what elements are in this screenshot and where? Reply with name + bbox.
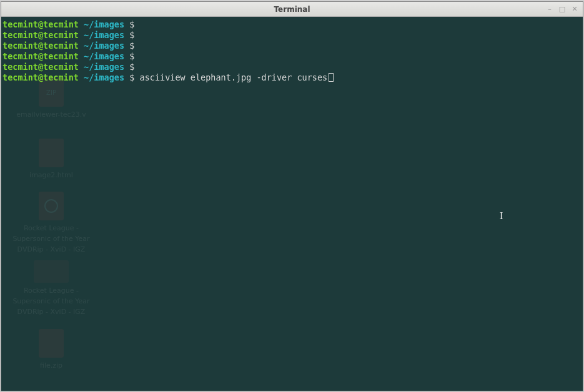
desktop-icon: image2.html bbox=[7, 139, 95, 180]
window-controls: – □ ✕ bbox=[544, 4, 580, 14]
command-text bbox=[134, 41, 139, 51]
titlebar[interactable]: Terminal – □ ✕ bbox=[1, 2, 583, 17]
terminal-cursor bbox=[329, 73, 334, 82]
prompt-user-host: tecmint@tecmint bbox=[2, 72, 79, 82]
terminal-line: tecmint@tecmint ~/images $ bbox=[2, 62, 582, 72]
command-text bbox=[134, 30, 139, 40]
desktop-icon-label: Rocket League - Supersonic of the Year D… bbox=[7, 285, 95, 317]
maximize-button[interactable]: □ bbox=[557, 4, 568, 14]
desktop-icon-label: image2.html bbox=[29, 170, 73, 180]
terminal-line: tecmint@tecmint ~/images $ bbox=[2, 19, 582, 30]
command-text bbox=[134, 62, 139, 72]
prompt-user-host: tecmint@tecmint bbox=[2, 51, 79, 61]
terminal-line: tecmint@tecmint ~/images $ bbox=[2, 30, 582, 41]
prompt-cwd: ~/images bbox=[84, 41, 124, 51]
prompt-user-host: tecmint@tecmint bbox=[2, 19, 79, 29]
desktop-icon: file.zip bbox=[7, 329, 95, 371]
terminal-body[interactable]: ZIPemailviewer-tec23.vimage2.htmlRocket … bbox=[1, 17, 583, 391]
minimize-button[interactable]: – bbox=[544, 4, 555, 14]
desktop-icon: ZIPemailviewer-tec23.v bbox=[7, 78, 95, 120]
prompt-cwd: ~/images bbox=[84, 30, 124, 40]
command-text bbox=[134, 51, 139, 61]
terminal-line: tecmint@tecmint ~/images $ asciiview ele… bbox=[2, 72, 582, 83]
desktop-icon-label: emailviewer-tec23.v bbox=[16, 109, 86, 120]
file-icon bbox=[39, 329, 64, 358]
file-icon bbox=[39, 192, 64, 220]
desktop-icon-label: Rocket League - Supersonic of the Year D… bbox=[7, 223, 95, 255]
prompt-user-host: tecmint@tecmint bbox=[2, 41, 79, 51]
desktop-icon-label: file.zip bbox=[40, 360, 62, 371]
prompt-cwd: ~/images bbox=[84, 51, 124, 61]
desktop-icon: Rocket League - Supersonic of the Year D… bbox=[7, 260, 95, 317]
terminal-output: tecmint@tecmint ~/images $ tecmint@tecmi… bbox=[2, 19, 582, 83]
file-icon bbox=[34, 260, 69, 283]
file-icon bbox=[39, 139, 64, 167]
command-text: asciiview elephant.jpg -driver curses bbox=[134, 72, 327, 82]
terminal-line: tecmint@tecmint ~/images $ bbox=[2, 41, 582, 51]
terminal-line: tecmint@tecmint ~/images $ bbox=[2, 51, 582, 62]
command-text bbox=[134, 19, 139, 29]
desktop-icon: Rocket League - Supersonic of the Year D… bbox=[7, 192, 95, 255]
text-cursor-pointer-icon bbox=[500, 210, 505, 220]
prompt-cwd: ~/images bbox=[84, 72, 124, 82]
close-button[interactable]: ✕ bbox=[569, 4, 580, 14]
prompt-cwd: ~/images bbox=[84, 62, 124, 72]
prompt-user-host: tecmint@tecmint bbox=[2, 62, 79, 72]
prompt-user-host: tecmint@tecmint bbox=[2, 30, 79, 40]
prompt-cwd: ~/images bbox=[84, 19, 124, 29]
window-title: Terminal bbox=[274, 5, 310, 14]
terminal-window: Terminal – □ ✕ ZIPemailviewer-tec23.vima… bbox=[1, 1, 583, 391]
